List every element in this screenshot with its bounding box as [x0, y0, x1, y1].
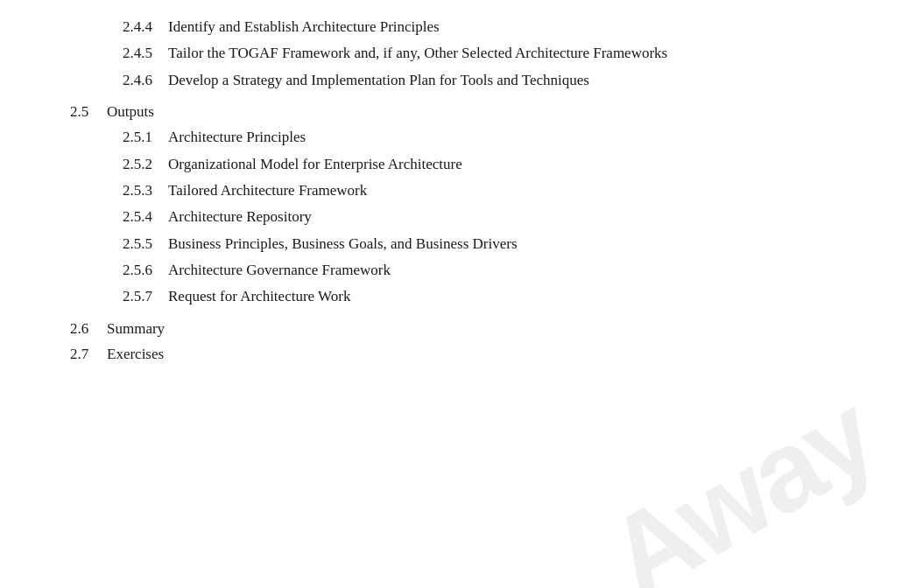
toc-row-2-4-5: 2.4.5 Tailor the TOGAF Framework and, if… — [70, 42, 863, 65]
toc-text-2-4-4: Identify and Establish Architecture Prin… — [168, 16, 863, 38]
watermark-text: Away — [586, 369, 895, 588]
toc-num-2-4-5: 2.4.5 — [123, 42, 168, 65]
toc-num-2-5-4: 2.5.4 — [123, 206, 168, 228]
toc-num-2-5-7: 2.5.7 — [123, 285, 168, 308]
toc-num-2-6: 2.6 — [70, 318, 107, 340]
toc-num-2-7: 2.7 — [70, 343, 107, 366]
toc-row-2-5-4: 2.5.4 Architecture Repository — [70, 206, 863, 228]
toc-num-2-5-6: 2.5.6 — [123, 259, 168, 282]
toc-text-2-5-2: Organizational Model for Enterprise Arch… — [168, 153, 863, 176]
toc-num-2-5-3: 2.5.3 — [123, 179, 168, 202]
toc-row-2-5-5: 2.5.5 Business Principles, Business Goal… — [70, 233, 863, 256]
toc-row-2-5-7: 2.5.7 Request for Architecture Work — [70, 285, 863, 308]
toc-content: 2.4.4 Identify and Establish Architectur… — [70, 16, 863, 366]
toc-row-2-5-6: 2.5.6 Architecture Governance Framework — [70, 259, 863, 282]
toc-row-2-5-1: 2.5.1 Architecture Principles — [70, 126, 863, 149]
toc-text-2-5-1: Architecture Principles — [168, 126, 863, 149]
page-container: Away 2.4.4 Identify and Establish Archit… — [0, 0, 916, 588]
toc-num-2-5: 2.5 — [70, 101, 107, 123]
toc-row-2-5-3: 2.5.3 Tailored Architecture Framework — [70, 179, 863, 202]
toc-num-2-5-5: 2.5.5 — [123, 233, 168, 256]
toc-text-2-5: Outputs — [107, 101, 863, 123]
toc-num-2-5-2: 2.5.2 — [123, 153, 168, 176]
toc-num-2-4-4: 2.4.4 — [123, 16, 168, 38]
toc-num-2-5-1: 2.5.1 — [123, 126, 168, 149]
toc-text-2-5-4: Architecture Repository — [168, 206, 863, 228]
toc-row-2-5-2: 2.5.2 Organizational Model for Enterpris… — [70, 153, 863, 176]
toc-text-2-5-6: Architecture Governance Framework — [168, 259, 863, 282]
toc-num-2-4-6: 2.4.6 — [123, 69, 168, 92]
toc-text-2-7: Exercises — [107, 343, 863, 366]
toc-text-2-5-5: Business Principles, Business Goals, and… — [168, 233, 863, 256]
toc-row-2-7: 2.7 Exercises — [70, 343, 863, 366]
toc-row-2-4-6: 2.4.6 Develop a Strategy and Implementat… — [70, 69, 863, 92]
toc-row-2-5: 2.5 Outputs — [70, 101, 863, 123]
toc-text-2-4-5: Tailor the TOGAF Framework and, if any, … — [168, 42, 863, 65]
toc-row-2-6: 2.6 Summary — [70, 318, 863, 340]
toc-text-2-5-7: Request for Architecture Work — [168, 285, 863, 308]
toc-row-2-4-4: 2.4.4 Identify and Establish Architectur… — [70, 16, 863, 38]
toc-text-2-6: Summary — [107, 318, 863, 340]
toc-text-2-4-6: Develop a Strategy and Implementation Pl… — [168, 69, 863, 92]
toc-text-2-5-3: Tailored Architecture Framework — [168, 179, 863, 202]
